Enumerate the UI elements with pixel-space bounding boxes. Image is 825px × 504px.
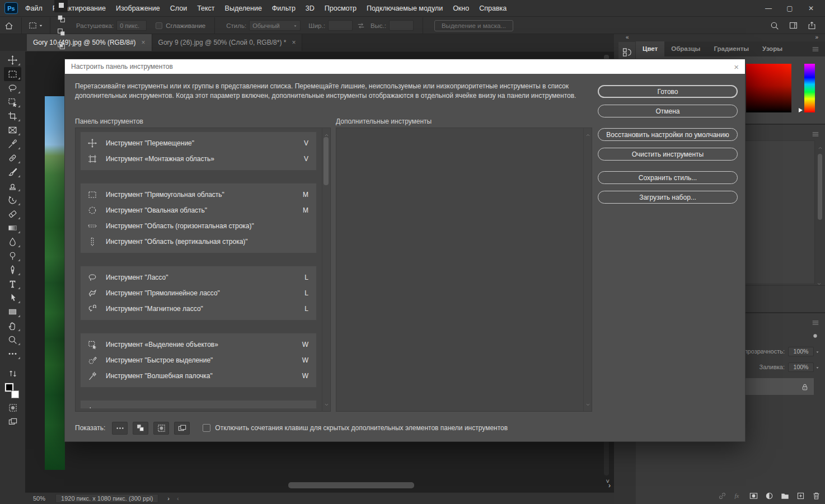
chevron-up-icon[interactable] <box>818 143 823 153</box>
menu-item-1[interactable]: Файл <box>20 4 48 12</box>
tool-row[interactable]: Инструмент «Монтажная область»V <box>81 151 316 167</box>
chevron-up-icon[interactable] <box>585 130 590 140</box>
layer-filter-toggle-icon[interactable] <box>812 331 818 341</box>
menu-item-5[interactable]: Текст <box>192 4 219 12</box>
menu-item-4[interactable]: Слои <box>165 4 192 12</box>
caret-down-icon[interactable] <box>815 364 819 370</box>
scroll-right-icon[interactable]: › <box>608 482 611 489</box>
intersect-selection-icon[interactable] <box>54 39 68 53</box>
new-selection-icon[interactable] <box>54 0 68 12</box>
menu-item-12[interactable]: Справка <box>474 4 512 12</box>
chevron-down-icon[interactable] <box>817 279 822 289</box>
menu-item-11[interactable]: Окно <box>448 4 474 12</box>
link-layers-icon[interactable] <box>718 491 726 501</box>
menu-item-7[interactable]: Фильтр <box>267 4 301 12</box>
color-field[interactable] <box>746 64 791 112</box>
tool-row[interactable]: Инструмент "Волшебная палочка"W <box>81 368 316 384</box>
eyedropper-tool[interactable] <box>4 137 21 151</box>
dialog-close-icon[interactable]: × <box>734 63 739 71</box>
chevron-down-icon[interactable] <box>585 399 590 409</box>
fill-value[interactable]: 100% <box>788 362 814 372</box>
gradient-tool[interactable] <box>4 221 21 235</box>
tool-preset-dropdown[interactable] <box>25 21 46 30</box>
dialog-title-bar[interactable]: Настроить панель инструментов × <box>65 59 745 74</box>
load-preset-button[interactable]: Загрузить набор... <box>598 191 738 204</box>
tool-row[interactable]: Инструмент "Быстрое выделение"W <box>81 352 316 368</box>
chevron-down-icon[interactable] <box>324 399 329 409</box>
type-tool[interactable] <box>4 277 21 291</box>
document-tab[interactable]: Gory 10 (49).jpg @ 50% (RGB/8#)× <box>27 34 152 51</box>
swap-dimensions-icon[interactable] <box>353 17 369 34</box>
frame-tool[interactable] <box>4 123 21 137</box>
screen-mode-icon[interactable] <box>4 414 21 428</box>
status-back-icon[interactable]: ‹ <box>177 495 179 502</box>
tab-close-icon[interactable]: × <box>142 39 146 46</box>
save-preset-button[interactable]: Сохранить стиль... <box>598 171 738 184</box>
disable-shortcuts-checkbox[interactable] <box>203 424 210 432</box>
list-scrollbar[interactable] <box>583 128 592 411</box>
panel-menu-icon[interactable] <box>812 317 819 327</box>
delete-layer-icon[interactable] <box>812 491 821 501</box>
hue-slider[interactable] <box>804 64 815 112</box>
tool-row[interactable]: Инструмент "Лассо"L <box>81 270 316 285</box>
tool-row[interactable]: Инструмент "Перемещение"V <box>81 135 316 151</box>
tool-row[interactable]: Инструмент «Выделение объектов»W <box>81 337 316 352</box>
blur-tool[interactable] <box>4 235 21 249</box>
clone-stamp-tool[interactable] <box>4 179 21 193</box>
panel-tab-1[interactable]: Цвет <box>636 41 664 56</box>
list-scroll-thumb[interactable] <box>324 137 329 185</box>
tool-row[interactable]: Инструмент "Прямолинейное лассо"L <box>81 285 316 301</box>
swap-colors-icon[interactable] <box>4 366 21 380</box>
status-forward-icon[interactable]: › <box>167 495 170 502</box>
crop-tool[interactable] <box>4 109 21 123</box>
maximize-button[interactable]: ▢ <box>779 1 800 16</box>
canvas-horizontal-scrollbar[interactable] <box>288 482 414 488</box>
eraser-tool[interactable] <box>4 207 21 221</box>
panel-menu-icon[interactable] <box>812 44 819 54</box>
menu-item-6[interactable]: Выделение <box>220 4 267 12</box>
move-tool[interactable] <box>4 53 21 67</box>
home-icon[interactable] <box>0 17 18 34</box>
history-brush-tool[interactable] <box>4 193 21 207</box>
document-tab[interactable]: Gory 9 (26).jpg @ 50% (Слой 0, RGB/8*) *… <box>152 34 303 51</box>
pen-tool[interactable] <box>4 263 21 277</box>
edit-toolbar-ellipsis[interactable] <box>4 347 21 361</box>
new-group-icon[interactable] <box>781 491 789 501</box>
subtract-selection-icon[interactable] <box>54 26 68 39</box>
done-button[interactable]: Готово <box>598 85 738 98</box>
close-button[interactable]: ✕ <box>800 1 822 16</box>
tool-row[interactable]: Инструмент "Овальная область"M <box>81 202 316 218</box>
quick-mask-icon[interactable] <box>4 401 21 414</box>
lasso-tool[interactable] <box>4 81 21 95</box>
workspace-switcher-icon[interactable] <box>789 21 798 30</box>
quick-mask-icon[interactable] <box>153 422 169 435</box>
screen-mode-icon[interactable] <box>174 422 190 435</box>
clear-tools-button[interactable]: Очистить инструменты <box>598 148 738 161</box>
zoom-level-field[interactable]: 50% <box>33 495 45 502</box>
new-layer-icon[interactable] <box>796 491 805 501</box>
minimize-button[interactable]: — <box>758 1 779 16</box>
cancel-button[interactable]: Отмена <box>598 105 738 117</box>
panel-menu-icon[interactable] <box>812 129 819 139</box>
tab-close-icon[interactable]: × <box>292 39 296 46</box>
rectangle-tool[interactable] <box>4 305 21 319</box>
tool-row[interactable]: Инструмент "Область (горизонтальная стро… <box>81 218 316 234</box>
hand-tool[interactable] <box>4 319 21 333</box>
rectangular-marquee-tool[interactable] <box>4 67 21 81</box>
tool-row[interactable]: Инструмент "Магнитное лассо"L <box>81 301 316 317</box>
menu-item-10[interactable]: Подключаемые модули <box>362 4 448 12</box>
panel-tab-2[interactable]: Образцы <box>664 41 707 56</box>
tool-row[interactable]: Инструмент "Прямоугольная область"M <box>81 187 316 202</box>
healing-brush-tool[interactable] <box>4 151 21 165</box>
foreground-background-swatches[interactable] <box>5 383 20 398</box>
add-selection-icon[interactable] <box>54 12 68 26</box>
menu-item-8[interactable]: 3D <box>301 4 320 12</box>
foreground-background-icon[interactable] <box>133 422 148 435</box>
tool-row[interactable]: Инструмент "Область (вертикальная строка… <box>81 234 316 249</box>
path-selection-tool[interactable] <box>4 291 21 305</box>
search-icon[interactable] <box>770 21 779 30</box>
adjustment-layer-icon[interactable] <box>765 491 774 501</box>
panel-tab-4[interactable]: Узоры <box>756 41 789 56</box>
menu-item-9[interactable]: Просмотр <box>320 4 362 12</box>
share-icon[interactable] <box>808 21 816 30</box>
